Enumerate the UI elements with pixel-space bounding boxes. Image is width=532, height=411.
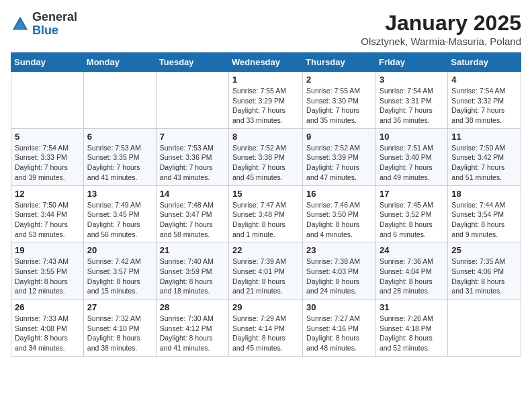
day-number: 23 — [306, 245, 372, 255]
day-info: Sunrise: 7:51 AM Sunset: 3:40 PM Dayligh… — [380, 143, 444, 183]
week-row-5: 26Sunrise: 7:33 AM Sunset: 4:08 PM Dayli… — [11, 300, 521, 357]
day-info: Sunrise: 7:54 AM Sunset: 3:32 PM Dayligh… — [451, 86, 517, 126]
day-cell: 24Sunrise: 7:36 AM Sunset: 4:04 PM Dayli… — [375, 242, 447, 300]
day-info: Sunrise: 7:43 AM Sunset: 3:55 PM Dayligh… — [15, 257, 80, 296]
logo-general-text: General — [32, 10, 77, 24]
day-info: Sunrise: 7:48 AM Sunset: 3:47 PM Dayligh… — [160, 200, 225, 240]
day-info: Sunrise: 7:53 AM Sunset: 3:36 PM Dayligh… — [160, 143, 225, 183]
day-info: Sunrise: 7:33 AM Sunset: 4:08 PM Dayligh… — [15, 314, 80, 353]
day-number: 29 — [232, 302, 299, 312]
page-header: General Blue January 2025 Olsztynek, War… — [11, 11, 521, 47]
day-number: 24 — [380, 245, 444, 255]
day-cell: 21Sunrise: 7:40 AM Sunset: 3:59 PM Dayli… — [156, 242, 228, 300]
weekday-header-sunday: Sunday — [11, 53, 84, 72]
day-info: Sunrise: 7:42 AM Sunset: 3:57 PM Dayligh… — [87, 257, 152, 296]
calendar-table: SundayMondayTuesdayWednesdayThursdayFrid… — [11, 52, 521, 357]
day-number: 1 — [232, 75, 299, 85]
day-info: Sunrise: 7:52 AM Sunset: 3:39 PM Dayligh… — [306, 143, 372, 183]
weekday-header-friday: Friday — [375, 53, 447, 72]
day-info: Sunrise: 7:44 AM Sunset: 3:54 PM Dayligh… — [451, 200, 517, 240]
day-cell: 16Sunrise: 7:46 AM Sunset: 3:50 PM Dayli… — [303, 185, 376, 242]
day-cell: 28Sunrise: 7:30 AM Sunset: 4:12 PM Dayli… — [156, 300, 228, 357]
weekday-header-monday: Monday — [83, 53, 156, 72]
day-cell: 23Sunrise: 7:38 AM Sunset: 4:03 PM Dayli… — [303, 242, 376, 300]
day-info: Sunrise: 7:54 AM Sunset: 3:33 PM Dayligh… — [15, 143, 80, 183]
day-number: 28 — [160, 302, 225, 312]
day-cell: 10Sunrise: 7:51 AM Sunset: 3:40 PM Dayli… — [375, 128, 447, 185]
day-cell — [11, 72, 84, 129]
day-cell: 9Sunrise: 7:52 AM Sunset: 3:39 PM Daylig… — [303, 128, 376, 185]
day-info: Sunrise: 7:46 AM Sunset: 3:50 PM Dayligh… — [306, 200, 372, 240]
day-number: 16 — [306, 189, 372, 199]
day-info: Sunrise: 7:49 AM Sunset: 3:45 PM Dayligh… — [87, 200, 152, 240]
day-cell: 20Sunrise: 7:42 AM Sunset: 3:57 PM Dayli… — [83, 242, 156, 300]
day-cell: 25Sunrise: 7:35 AM Sunset: 4:06 PM Dayli… — [448, 242, 521, 300]
day-info: Sunrise: 7:32 AM Sunset: 4:10 PM Dayligh… — [87, 314, 152, 353]
day-info: Sunrise: 7:50 AM Sunset: 3:42 PM Dayligh… — [451, 143, 517, 183]
day-number: 2 — [306, 75, 372, 85]
day-cell: 11Sunrise: 7:50 AM Sunset: 3:42 PM Dayli… — [448, 128, 521, 185]
day-cell: 13Sunrise: 7:49 AM Sunset: 3:45 PM Dayli… — [83, 185, 156, 242]
day-info: Sunrise: 7:30 AM Sunset: 4:12 PM Dayligh… — [160, 314, 225, 353]
day-cell — [448, 300, 521, 357]
day-cell: 26Sunrise: 7:33 AM Sunset: 4:08 PM Dayli… — [11, 300, 84, 357]
day-number: 15 — [232, 189, 299, 199]
day-cell: 4Sunrise: 7:54 AM Sunset: 3:32 PM Daylig… — [448, 72, 521, 129]
day-cell — [156, 72, 228, 129]
day-number: 25 — [451, 245, 517, 255]
day-number: 4 — [451, 75, 517, 85]
day-info: Sunrise: 7:29 AM Sunset: 4:14 PM Dayligh… — [232, 314, 299, 353]
day-number: 17 — [380, 189, 444, 199]
day-cell: 5Sunrise: 7:54 AM Sunset: 3:33 PM Daylig… — [11, 128, 84, 185]
week-row-3: 12Sunrise: 7:50 AM Sunset: 3:44 PM Dayli… — [11, 185, 521, 242]
day-cell: 15Sunrise: 7:47 AM Sunset: 3:48 PM Dayli… — [229, 185, 303, 242]
day-cell: 27Sunrise: 7:32 AM Sunset: 4:10 PM Dayli… — [83, 300, 156, 357]
day-cell: 3Sunrise: 7:54 AM Sunset: 3:31 PM Daylig… — [375, 72, 447, 129]
day-info: Sunrise: 7:47 AM Sunset: 3:48 PM Dayligh… — [232, 200, 299, 240]
day-number: 21 — [160, 245, 225, 255]
week-row-2: 5Sunrise: 7:54 AM Sunset: 3:33 PM Daylig… — [11, 128, 521, 185]
week-row-1: 1Sunrise: 7:55 AM Sunset: 3:29 PM Daylig… — [11, 72, 521, 129]
day-info: Sunrise: 7:55 AM Sunset: 3:30 PM Dayligh… — [306, 86, 372, 126]
day-info: Sunrise: 7:38 AM Sunset: 4:03 PM Dayligh… — [306, 257, 372, 296]
day-cell: 6Sunrise: 7:53 AM Sunset: 3:35 PM Daylig… — [83, 128, 156, 185]
weekday-header-tuesday: Tuesday — [156, 53, 228, 72]
day-number: 8 — [232, 132, 299, 142]
day-cell: 22Sunrise: 7:39 AM Sunset: 4:01 PM Dayli… — [229, 242, 303, 300]
day-number: 9 — [306, 132, 372, 142]
day-info: Sunrise: 7:36 AM Sunset: 4:04 PM Dayligh… — [380, 257, 444, 296]
logo-icon — [11, 15, 30, 34]
day-cell: 19Sunrise: 7:43 AM Sunset: 3:55 PM Dayli… — [11, 242, 84, 300]
day-number: 20 — [87, 245, 152, 255]
day-number: 12 — [15, 189, 80, 199]
day-number: 26 — [15, 302, 80, 312]
day-number: 14 — [160, 189, 225, 199]
week-row-4: 19Sunrise: 7:43 AM Sunset: 3:55 PM Dayli… — [11, 242, 521, 300]
day-info: Sunrise: 7:26 AM Sunset: 4:18 PM Dayligh… — [380, 314, 444, 353]
day-info: Sunrise: 7:55 AM Sunset: 3:29 PM Dayligh… — [232, 86, 299, 126]
logo: General Blue — [11, 11, 77, 38]
day-number: 13 — [87, 189, 152, 199]
day-cell — [83, 72, 156, 129]
location-subtitle: Olsztynek, Warmia-Masuria, Poland — [361, 36, 521, 47]
day-number: 22 — [232, 245, 299, 255]
day-number: 10 — [380, 132, 444, 142]
weekday-header-row: SundayMondayTuesdayWednesdayThursdayFrid… — [11, 53, 521, 72]
weekday-header-wednesday: Wednesday — [229, 53, 303, 72]
day-number: 31 — [380, 302, 444, 312]
day-cell: 29Sunrise: 7:29 AM Sunset: 4:14 PM Dayli… — [229, 300, 303, 357]
day-info: Sunrise: 7:35 AM Sunset: 4:06 PM Dayligh… — [451, 257, 517, 296]
day-cell: 7Sunrise: 7:53 AM Sunset: 3:36 PM Daylig… — [156, 128, 228, 185]
day-info: Sunrise: 7:53 AM Sunset: 3:35 PM Dayligh… — [87, 143, 152, 183]
day-info: Sunrise: 7:45 AM Sunset: 3:52 PM Dayligh… — [380, 200, 444, 240]
day-cell: 17Sunrise: 7:45 AM Sunset: 3:52 PM Dayli… — [375, 185, 447, 242]
month-year-title: January 2025 — [361, 11, 521, 36]
day-cell: 2Sunrise: 7:55 AM Sunset: 3:30 PM Daylig… — [303, 72, 376, 129]
day-number: 18 — [451, 189, 517, 199]
day-cell: 31Sunrise: 7:26 AM Sunset: 4:18 PM Dayli… — [375, 300, 447, 357]
day-number: 27 — [87, 302, 152, 312]
weekday-header-saturday: Saturday — [448, 53, 521, 72]
day-number: 6 — [87, 132, 152, 142]
day-cell: 30Sunrise: 7:27 AM Sunset: 4:16 PM Dayli… — [303, 300, 376, 357]
day-cell: 8Sunrise: 7:52 AM Sunset: 3:38 PM Daylig… — [229, 128, 303, 185]
